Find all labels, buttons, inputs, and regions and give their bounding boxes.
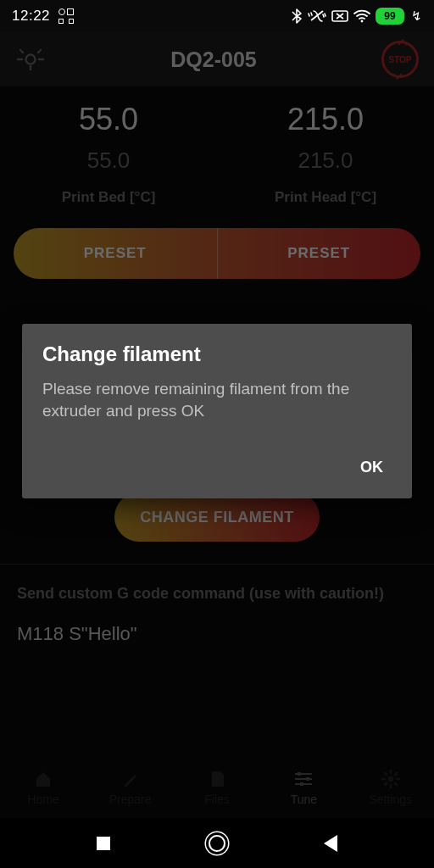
apps-grid-icon bbox=[58, 8, 74, 24]
head-temp-column: 215.0 215.0 Print Head [°C] bbox=[217, 93, 434, 206]
bed-temp-label: Print Bed [°C] bbox=[0, 189, 217, 206]
bottom-nav: Home Prepare Files Tune Settings bbox=[0, 757, 434, 818]
bed-actual-temp: 55.0 bbox=[0, 102, 217, 137]
change-filament-dialog: Change filament Please remove remaining … bbox=[22, 324, 412, 498]
battery-saver-icon bbox=[331, 10, 348, 22]
temperature-panel: 55.0 55.0 Print Bed [°C] 215.0 215.0 Pri… bbox=[0, 86, 434, 206]
gcode-caption: Send custom G code command (use with cau… bbox=[17, 585, 417, 603]
vibrate-icon bbox=[308, 8, 326, 24]
sliders-icon bbox=[293, 769, 314, 789]
home-button[interactable] bbox=[207, 833, 227, 854]
svg-rect-5 bbox=[306, 777, 309, 781]
preset-row: PRESET PRESET bbox=[14, 228, 420, 279]
svg-line-0 bbox=[311, 11, 323, 20]
nav-files[interactable]: Files bbox=[174, 757, 260, 818]
nav-tune[interactable]: Tune bbox=[260, 757, 347, 818]
bed-preset-button[interactable]: PRESET bbox=[14, 228, 218, 279]
nav-tune-label: Tune bbox=[291, 793, 317, 806]
bed-target-temp[interactable]: 55.0 bbox=[0, 147, 217, 174]
nav-settings[interactable]: Settings bbox=[348, 757, 434, 818]
recent-apps-button[interactable] bbox=[93, 833, 114, 854]
gcode-input[interactable]: M118 S"Hello" bbox=[17, 623, 417, 645]
charging-icon: ↯ bbox=[411, 8, 422, 24]
light-toggle-icon[interactable] bbox=[15, 44, 46, 75]
android-nav-bar bbox=[0, 818, 434, 868]
home-icon bbox=[33, 769, 53, 789]
head-target-temp[interactable]: 215.0 bbox=[217, 147, 434, 174]
head-actual-temp: 215.0 bbox=[217, 102, 434, 137]
emergency-stop-button[interactable]: STOP bbox=[381, 41, 419, 78]
app-header: DQ2-005 STOP bbox=[0, 32, 434, 86]
battery-percent: 99 bbox=[384, 10, 395, 22]
sd-card-icon bbox=[207, 769, 227, 789]
svg-rect-4 bbox=[298, 772, 301, 776]
stop-label: STOP bbox=[388, 55, 411, 64]
battery-indicator: 99 bbox=[376, 8, 404, 25]
head-temp-label: Print Head [°C] bbox=[217, 189, 434, 206]
nav-settings-label: Settings bbox=[370, 793, 413, 806]
svg-point-3 bbox=[26, 55, 36, 64]
gcode-section: Send custom G code command (use with cau… bbox=[0, 565, 434, 645]
nav-home[interactable]: Home bbox=[0, 757, 86, 818]
svg-rect-6 bbox=[300, 782, 303, 786]
dialog-ok-button[interactable]: OK bbox=[352, 452, 392, 483]
status-bar: 12:22 99 ↯ bbox=[0, 0, 434, 32]
printer-title: DQ2-005 bbox=[46, 47, 381, 72]
nav-home-label: Home bbox=[28, 793, 59, 806]
gear-icon bbox=[381, 769, 401, 789]
nav-prepare[interactable]: Prepare bbox=[86, 757, 173, 818]
bluetooth-icon bbox=[291, 8, 303, 24]
nav-prepare-label: Prepare bbox=[109, 793, 152, 806]
status-clock: 12:22 bbox=[12, 8, 50, 25]
pencil-icon bbox=[120, 769, 141, 789]
dialog-body: Please remove remaining filament from th… bbox=[42, 378, 392, 421]
wifi-icon bbox=[353, 9, 370, 23]
back-button[interactable] bbox=[320, 833, 341, 854]
bed-temp-column: 55.0 55.0 Print Bed [°C] bbox=[0, 93, 217, 206]
dialog-title: Change filament bbox=[42, 342, 392, 366]
svg-point-7 bbox=[388, 776, 393, 782]
svg-point-2 bbox=[361, 20, 364, 23]
change-filament-button[interactable]: CHANGE FILAMENT bbox=[114, 492, 320, 542]
head-preset-button[interactable]: PRESET bbox=[218, 228, 421, 279]
nav-files-label: Files bbox=[204, 793, 230, 806]
